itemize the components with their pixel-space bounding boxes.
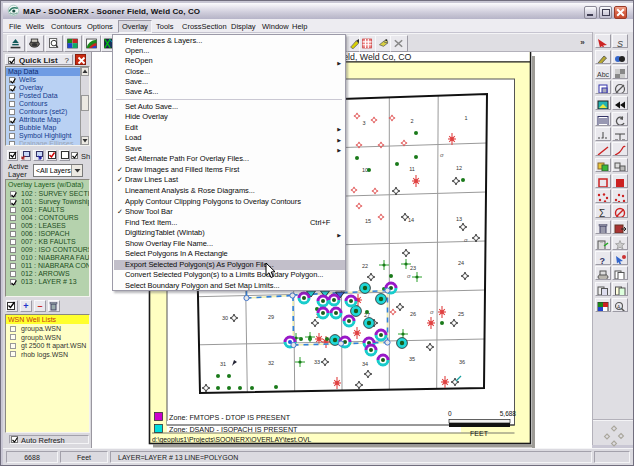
svg-text:15: 15	[365, 218, 371, 224]
svg-text:σ: σ	[407, 273, 411, 279]
svg-text:FEET: FEET	[470, 430, 489, 437]
svg-text:Zone: DSAND - ISOPACH IS PRESE: Zone: DSAND - ISOPACH IS PRESENT	[169, 425, 298, 434]
svg-text:σ: σ	[464, 237, 468, 243]
svg-text:14: 14	[408, 217, 414, 223]
svg-text:23: 23	[410, 265, 416, 271]
svg-text:13: 13	[456, 216, 462, 222]
svg-text:11: 11	[409, 166, 415, 172]
svg-text:1: 1	[464, 115, 467, 121]
svg-text:3: 3	[362, 120, 365, 126]
svg-text:0: 0	[448, 410, 452, 417]
svg-text:Abc: Abc	[597, 71, 610, 78]
svg-text:33: 33	[314, 359, 320, 365]
svg-text:σ: σ	[440, 152, 444, 158]
svg-text:34: 34	[362, 361, 368, 367]
svg-text:12: 12	[456, 165, 462, 171]
svg-text:Zone: FMTOPS - DTOP IS PRESENT: Zone: FMTOPS - DTOP IS PRESENT	[169, 413, 291, 422]
svg-text:32: 32	[268, 360, 274, 366]
svg-text:2: 2	[410, 118, 413, 124]
svg-text:31: 31	[220, 361, 226, 367]
svg-text:5,688: 5,688	[500, 410, 517, 417]
svg-text:σ: σ	[430, 309, 434, 315]
svg-text:Σ: Σ	[599, 208, 605, 218]
svg-text:35: 35	[409, 356, 415, 362]
svg-text:36: 36	[459, 359, 465, 365]
svg-text:25: 25	[458, 311, 464, 317]
svg-text:S: S	[617, 39, 623, 48]
svg-text:29: 29	[268, 314, 274, 320]
svg-text:22: 22	[362, 263, 368, 269]
svg-text:?: ?	[600, 256, 606, 265]
svg-text:d:\geoplus1\Projects\SOONERX\O: d:\geoplus1\Projects\SOONERX\OVERLAY\tes…	[152, 436, 312, 444]
svg-text:26: 26	[410, 311, 416, 317]
svg-text:24: 24	[458, 260, 464, 266]
svg-text:30: 30	[222, 315, 228, 321]
